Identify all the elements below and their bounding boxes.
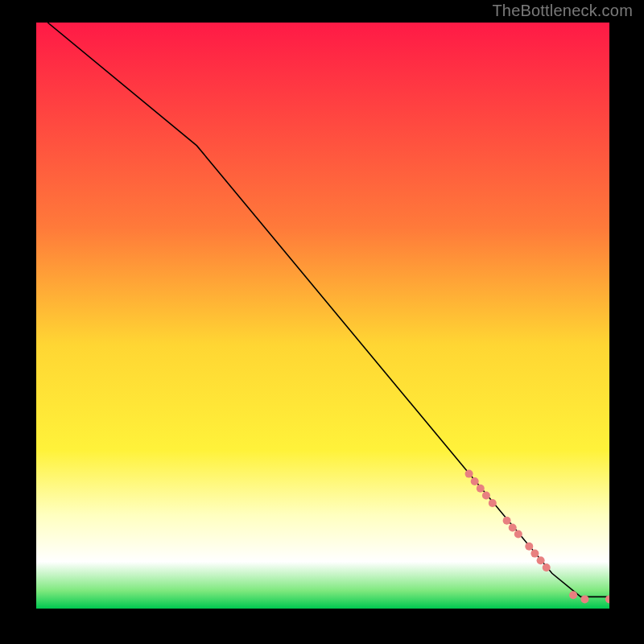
data-point — [569, 591, 577, 599]
data-point — [580, 595, 588, 603]
data-point — [514, 530, 522, 539]
data-point — [465, 470, 473, 478]
attribution-label: TheBottleneck.com — [492, 2, 633, 20]
plot-background — [36, 23, 609, 609]
data-point — [509, 524, 517, 532]
data-point — [543, 564, 551, 572]
data-point — [482, 492, 490, 500]
data-point — [489, 499, 497, 507]
data-point — [530, 550, 539, 558]
data-point — [471, 477, 479, 485]
data-point — [477, 485, 485, 493]
data-point — [537, 556, 545, 564]
data-point — [525, 543, 533, 551]
chart-frame: TheBottleneck.com — [0, 0, 644, 644]
data-point — [503, 517, 511, 525]
bottleneck-chart — [36, 23, 609, 609]
